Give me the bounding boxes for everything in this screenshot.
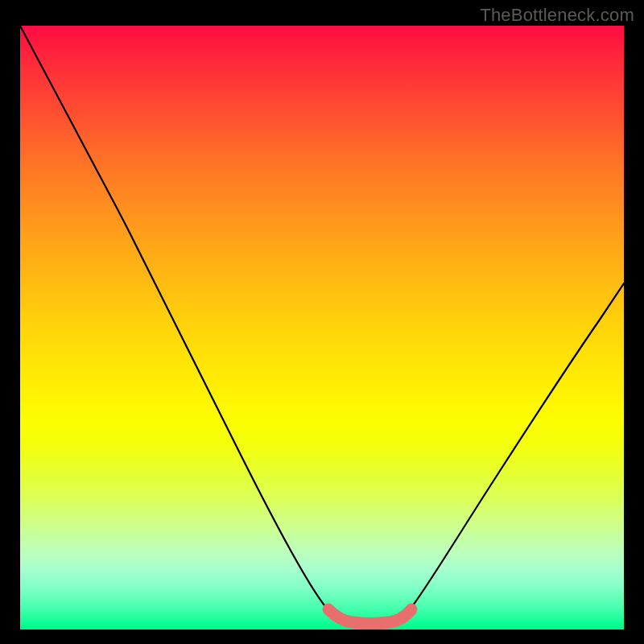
chart-container: TheBottleneck.com: [0, 0, 644, 644]
optimal-band-path: [328, 609, 411, 624]
plot-area: [20, 26, 624, 630]
curve-layer: [20, 26, 624, 630]
bottleneck-curve-path: [20, 26, 624, 623]
watermark-text: TheBottleneck.com: [480, 5, 634, 26]
